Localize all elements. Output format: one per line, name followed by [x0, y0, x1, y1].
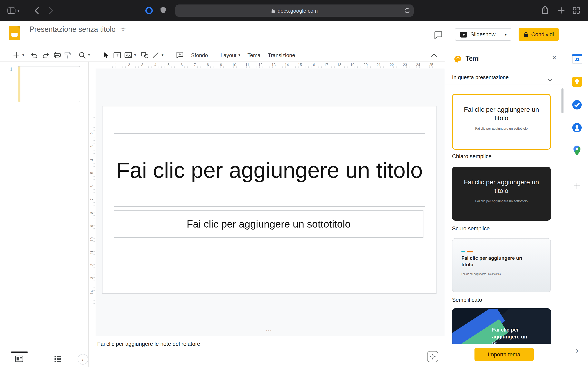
slide-thumbnail[interactable]: [18, 66, 80, 102]
ruler-number: 20: [363, 63, 367, 67]
lock-icon: [271, 8, 275, 13]
ruler-number: 14: [285, 63, 289, 67]
image-icon: [125, 52, 132, 58]
ruler-number: 1: [90, 117, 94, 122]
ruler-number: 7: [90, 197, 94, 202]
zoom-dropdown[interactable]: ▾: [86, 50, 91, 60]
insert-shape-button[interactable]: [140, 50, 150, 60]
presentation-play-icon: [460, 32, 467, 37]
sparkle-icon: [430, 354, 436, 360]
select-tool-button[interactable]: [100, 50, 111, 60]
close-panel-button[interactable]: ×: [552, 53, 557, 62]
privacy-shield-button[interactable]: [160, 7, 166, 14]
new-tab-button[interactable]: [558, 7, 565, 14]
text-box-button[interactable]: [112, 50, 122, 60]
cursor-icon: [103, 52, 108, 58]
maps-button[interactable]: [572, 145, 582, 156]
chevron-down-icon: [548, 76, 553, 83]
slideshow-button[interactable]: Slideshow ▾: [455, 28, 511, 41]
ruler-number: 19: [350, 63, 355, 67]
vertical-ruler: 1234567891011121314: [89, 68, 95, 336]
slide-canvas[interactable]: Fai clic per aggiungere un titolo Fai cl…: [102, 106, 437, 294]
chevron-down-icon: ▾: [88, 53, 90, 57]
line-dropdown[interactable]: ▾: [160, 50, 165, 60]
theme-preview-subtitle: Fai clic per aggiungere un sottotitolo: [453, 127, 550, 131]
google-slides-app: ▾ docs.google.com Pre: [0, 0, 588, 367]
image-dropdown[interactable]: ▾: [133, 50, 138, 60]
shield-icon: [160, 7, 166, 14]
ruler-number: 6: [181, 63, 183, 67]
forward-button[interactable]: [49, 7, 53, 14]
themes-list: Fai clic per aggiungere un titoloFai cli…: [445, 84, 565, 344]
insert-line-button[interactable]: [150, 50, 161, 60]
redo-button[interactable]: [40, 50, 51, 60]
filmstrip-view-button[interactable]: [15, 356, 23, 362]
theme-card-semplificato[interactable]: Fai clic per aggiungere un titoloFai cli…: [452, 238, 551, 292]
subtitle-placeholder[interactable]: Fai clic per aggiungere un sottotitolo: [114, 210, 424, 238]
document-title[interactable]: Presentazione senza titolo: [29, 25, 116, 34]
theme-button[interactable]: Tema: [244, 50, 264, 60]
collapse-toolbar-button[interactable]: [429, 50, 439, 60]
print-icon: [54, 52, 61, 58]
speaker-notes[interactable]: Fai clic per aggiungere le note del rela…: [89, 336, 445, 367]
reload-button[interactable]: [404, 8, 410, 15]
extension-icon[interactable]: [145, 7, 153, 14]
panel-scrollbar[interactable]: [562, 88, 563, 113]
accent-dash: [461, 251, 465, 252]
title-placeholder[interactable]: Fai clic per aggiungere un titolo: [114, 133, 425, 207]
selected-slide-accent: [18, 67, 20, 102]
theme-card-chiaro-semplice[interactable]: Fai clic per aggiungere un titoloFai cli…: [452, 94, 551, 150]
new-slide-button[interactable]: [11, 50, 22, 60]
in-this-presentation-section[interactable]: In questa presentazione: [445, 70, 565, 84]
active-view-indicator: [11, 351, 28, 353]
ruler-number: 21: [377, 63, 381, 67]
undo-button[interactable]: [29, 50, 40, 60]
layout-button[interactable]: Layout▾: [217, 50, 243, 60]
star-icon[interactable]: ☆: [120, 26, 126, 33]
hide-side-panel-button[interactable]: ›: [572, 345, 582, 356]
background-button[interactable]: Sfondo: [188, 50, 211, 60]
ruler-number: 5: [167, 63, 169, 67]
undo-icon: [31, 52, 38, 58]
theme-name-label: Chiaro semplice: [452, 153, 492, 159]
keep-button[interactable]: [572, 76, 582, 87]
notes-splitter-handle[interactable]: ⋯: [102, 327, 437, 334]
calendar-button[interactable]: 31: [572, 53, 582, 64]
share-button[interactable]: Condividi: [519, 28, 559, 41]
sidebar-toggle-button[interactable]: [7, 7, 16, 14]
slideshow-dropdown-button[interactable]: ▾: [501, 29, 511, 40]
section-label: In questa presentazione: [452, 70, 509, 84]
chevron-down-icon: ▾: [238, 53, 240, 57]
paint-format-button[interactable]: [62, 50, 73, 60]
import-theme-button[interactable]: Importa tema: [475, 348, 534, 361]
address-bar[interactable]: docs.google.com: [175, 4, 414, 17]
sidebar-icon: [7, 7, 16, 14]
explore-button[interactable]: [427, 351, 438, 362]
share-page-button[interactable]: [541, 6, 548, 14]
print-button[interactable]: [52, 50, 62, 60]
redo-icon: [42, 52, 49, 58]
maps-icon: [573, 145, 581, 156]
add-addon-button[interactable]: [572, 181, 582, 191]
reload-icon: [404, 8, 410, 13]
zoom-button[interactable]: [77, 50, 87, 60]
grid-view-button[interactable]: [54, 356, 61, 363]
insert-image-button[interactable]: [123, 50, 134, 60]
theme-card-scuro-semplice[interactable]: Fai clic per aggiungere un titoloFai cli…: [452, 167, 551, 221]
lock-icon: [523, 32, 528, 37]
comments-button[interactable]: [433, 30, 443, 40]
sidebar-chevron-button[interactable]: ▾: [17, 9, 19, 13]
new-slide-dropdown[interactable]: ▾: [21, 50, 26, 60]
slides-logo-icon[interactable]: [9, 26, 20, 40]
collapse-filmstrip-button[interactable]: ‹: [78, 354, 88, 365]
ruler-number: 3: [141, 63, 143, 67]
tab-overview-button[interactable]: [573, 7, 580, 14]
back-button[interactable]: [34, 7, 39, 14]
themes-panel-title: Temi: [466, 55, 480, 62]
canvas-area: 1234567891011121314151617181920212223242…: [89, 62, 445, 367]
theme-card-geometric[interactable]: Fai clic per aggiungere un tit: [452, 308, 551, 344]
insert-comment-button[interactable]: [174, 50, 185, 60]
tasks-button[interactable]: [572, 100, 582, 110]
contacts-button[interactable]: [572, 122, 582, 133]
transition-button[interactable]: Transizione: [265, 50, 298, 60]
